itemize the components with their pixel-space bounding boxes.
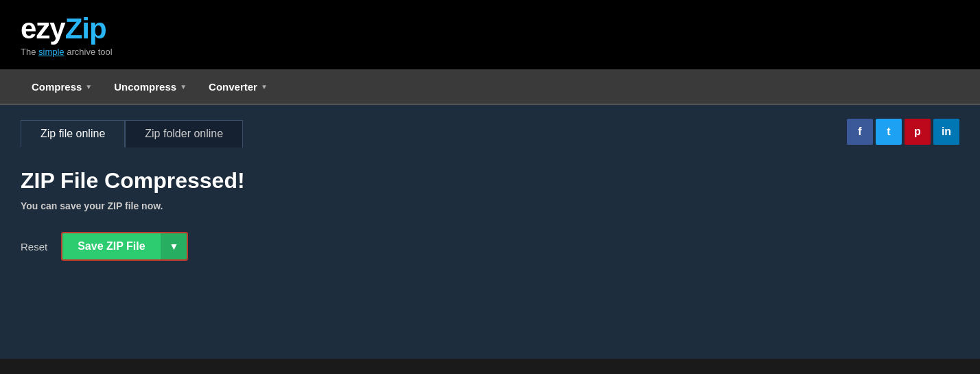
action-row: Reset Save ZIP File ▼	[21, 232, 959, 261]
page-subtitle: You can save your ZIP file now.	[21, 200, 959, 211]
chevron-down-icon: ▼	[85, 83, 92, 91]
reset-button[interactable]: Reset	[21, 241, 47, 253]
header: ezyZip The simple archive tool	[0, 0, 980, 69]
save-zip-container: Save ZIP File ▼	[61, 232, 188, 261]
pinterest-share-button[interactable]: p	[905, 119, 931, 145]
tagline-simple: simple	[38, 47, 65, 57]
nav-converter[interactable]: Converter ▼	[198, 69, 279, 104]
content-area: ZIP File Compressed! You can save your Z…	[0, 148, 980, 288]
tabs: Zip file online Zip folder online	[21, 120, 243, 148]
twitter-share-button[interactable]: t	[876, 119, 902, 145]
linkedin-share-button[interactable]: in	[933, 119, 959, 145]
chevron-down-icon: ▼	[261, 83, 268, 91]
logo-zip: Zip	[65, 12, 106, 45]
tagline-prefix: The	[21, 47, 38, 57]
logo-tagline: The simple archive tool	[21, 47, 113, 57]
main-content: Zip file online Zip folder online f t p …	[0, 105, 980, 359]
tab-zip-folder[interactable]: Zip folder online	[125, 120, 243, 148]
chevron-down-icon: ▼	[180, 83, 187, 91]
save-zip-dropdown-button[interactable]: ▼	[161, 233, 187, 259]
save-zip-button[interactable]: Save ZIP File	[62, 233, 160, 259]
navigation: Compress ▼ Uncompress ▼ Converter ▼	[0, 69, 980, 105]
tagline-suffix: archive tool	[65, 47, 113, 57]
page-title: ZIP File Compressed!	[21, 168, 959, 194]
social-icons: f t p in	[847, 119, 959, 148]
logo-ezy: ezy	[21, 12, 65, 45]
logo: ezyZip	[21, 12, 113, 45]
facebook-share-button[interactable]: f	[847, 119, 873, 145]
nav-uncompress[interactable]: Uncompress ▼	[103, 69, 198, 104]
tab-zip-file[interactable]: Zip file online	[21, 120, 125, 148]
nav-compress[interactable]: Compress ▼	[21, 69, 103, 104]
tabs-row: Zip file online Zip folder online f t p …	[0, 105, 980, 148]
